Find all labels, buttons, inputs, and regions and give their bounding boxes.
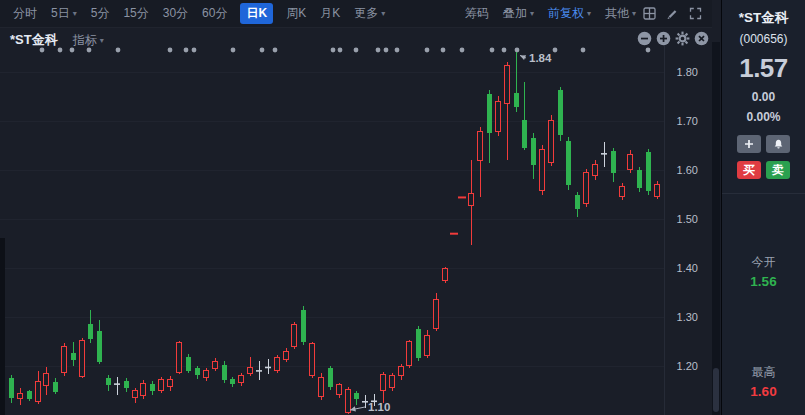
candle-body-up xyxy=(204,371,209,377)
price-alert-button[interactable] xyxy=(766,135,790,153)
candle-body-up xyxy=(469,193,474,205)
event-dot[interactable] xyxy=(184,48,189,53)
candle-body-down xyxy=(97,331,102,362)
candle-body-down xyxy=(522,120,527,148)
candle-body-up xyxy=(593,164,598,175)
panel-divider xyxy=(722,193,805,194)
candle-body-down xyxy=(222,365,227,380)
event-dot[interactable] xyxy=(168,48,173,53)
scrollbar-thumb[interactable] xyxy=(713,368,719,412)
event-dot[interactable] xyxy=(192,48,197,53)
event-dot[interactable] xyxy=(395,48,400,53)
event-dot[interactable] xyxy=(515,48,520,53)
period-tab-分时[interactable]: 分时 xyxy=(13,5,37,22)
price-axis-label: 1.50 xyxy=(677,213,698,225)
chevron-down-icon: ▾ xyxy=(530,9,534,18)
tool-menu-筹码[interactable]: 筹码 xyxy=(465,5,489,22)
field-value: 1.60 xyxy=(722,384,805,399)
toolbar-icons xyxy=(643,7,702,20)
candle-body-up xyxy=(248,367,253,373)
period-tab-月K[interactable]: 月K xyxy=(320,5,340,22)
indicator-selector[interactable]: 指标 ▾ xyxy=(73,32,104,49)
period-tab-更多[interactable]: 更多▾ xyxy=(354,5,385,22)
period-tab-30分[interactable]: 30分 xyxy=(163,5,188,22)
price-annotation: 1.10 xyxy=(368,401,390,413)
zoom-out-button[interactable] xyxy=(636,30,652,46)
period-tab-5分[interactable]: 5分 xyxy=(91,5,110,22)
candle-body-down xyxy=(124,381,129,388)
candle-body-up xyxy=(478,132,483,160)
stock-name: *ST金科 xyxy=(722,9,805,27)
trade-buttons: 买 卖 xyxy=(722,161,805,179)
candle-body-down xyxy=(71,353,76,360)
toolbar: 分时5日▾5分15分30分60分日K周K月K更多▾ 筹码叠加▾前复权▾其他▾ xyxy=(0,0,712,28)
event-dot[interactable] xyxy=(354,48,359,53)
event-dot[interactable] xyxy=(338,48,343,53)
event-dot[interactable] xyxy=(231,48,236,53)
candle-body-up xyxy=(319,377,324,397)
candle-body-down xyxy=(88,324,93,338)
buy-button[interactable]: 买 xyxy=(737,161,761,179)
period-tab-日K[interactable]: 日K xyxy=(240,3,273,24)
sell-button[interactable]: 卖 xyxy=(766,161,790,179)
candle-body-up xyxy=(292,325,297,347)
chevron-down-icon: ▾ xyxy=(381,9,385,18)
candle-body-up xyxy=(133,391,138,398)
event-dot[interactable] xyxy=(502,48,507,53)
candle-body-up xyxy=(425,335,430,355)
bell-icon xyxy=(773,139,784,150)
event-dot[interactable] xyxy=(425,48,430,53)
candle-body-down xyxy=(637,170,642,188)
candlestick-chart[interactable]: 1.801.701.601.501.401.301.201.841.10 xyxy=(0,0,712,415)
candle-body-down xyxy=(328,368,333,387)
minus-circle-icon xyxy=(637,31,652,46)
last-price: 1.57 xyxy=(722,53,805,84)
event-dot[interactable] xyxy=(376,48,381,53)
candle-body-up xyxy=(177,343,182,372)
event-dot[interactable] xyxy=(646,48,651,53)
fullscreen-icon[interactable] xyxy=(689,7,702,20)
candle-body-up xyxy=(346,390,351,413)
add-watchlist-button[interactable] xyxy=(737,135,761,153)
zoom-in-button[interactable] xyxy=(655,30,671,46)
event-dot[interactable] xyxy=(490,48,495,53)
candle-body-down xyxy=(354,393,359,399)
event-dot[interactable] xyxy=(331,48,336,53)
grid-layout-icon[interactable] xyxy=(643,7,656,20)
event-dot[interactable] xyxy=(581,48,586,53)
candle-body-down xyxy=(558,90,563,135)
event-dot[interactable] xyxy=(460,48,465,53)
period-tab-5日[interactable]: 5日▾ xyxy=(51,5,77,22)
event-dot[interactable] xyxy=(384,48,389,53)
price-axis-label: 1.80 xyxy=(677,66,698,78)
candle-body-down xyxy=(646,152,651,191)
candle-body-up xyxy=(62,346,67,372)
price-axis-label: 1.60 xyxy=(677,164,698,176)
candle-body-up xyxy=(434,300,439,328)
chart-settings-button[interactable] xyxy=(674,30,690,46)
event-dot[interactable] xyxy=(441,48,446,53)
tool-menu-叠加[interactable]: 叠加▾ xyxy=(503,5,534,22)
candle-body-down xyxy=(186,357,191,371)
period-tab-15分[interactable]: 15分 xyxy=(123,5,148,22)
draw-tool-icon[interactable] xyxy=(666,7,679,20)
event-dot[interactable] xyxy=(273,48,278,53)
period-tab-60分[interactable]: 60分 xyxy=(202,5,227,22)
period-tabs: 分时5日▾5分15分30分60分日K周K月K更多▾ xyxy=(6,3,392,24)
event-dot[interactable] xyxy=(116,48,121,53)
candle-body-up xyxy=(239,375,244,382)
tool-menu-前复权[interactable]: 前复权▾ xyxy=(548,5,591,22)
candle-body-up xyxy=(549,120,554,162)
close-chart-button[interactable] xyxy=(693,30,709,46)
candle-body-down xyxy=(566,141,571,185)
event-dot[interactable] xyxy=(260,48,265,53)
price-annotation: 1.84 xyxy=(529,52,552,64)
tool-menu-其他[interactable]: 其他▾ xyxy=(605,5,636,22)
candle-body-down xyxy=(195,368,200,375)
panel-scrollbar[interactable] xyxy=(712,42,720,415)
event-dot[interactable] xyxy=(553,48,558,53)
price-axis-label: 1.30 xyxy=(677,311,698,323)
period-tab-周K[interactable]: 周K xyxy=(286,5,306,22)
candle-body-up xyxy=(584,173,589,203)
chevron-down-icon: ▾ xyxy=(73,9,77,18)
